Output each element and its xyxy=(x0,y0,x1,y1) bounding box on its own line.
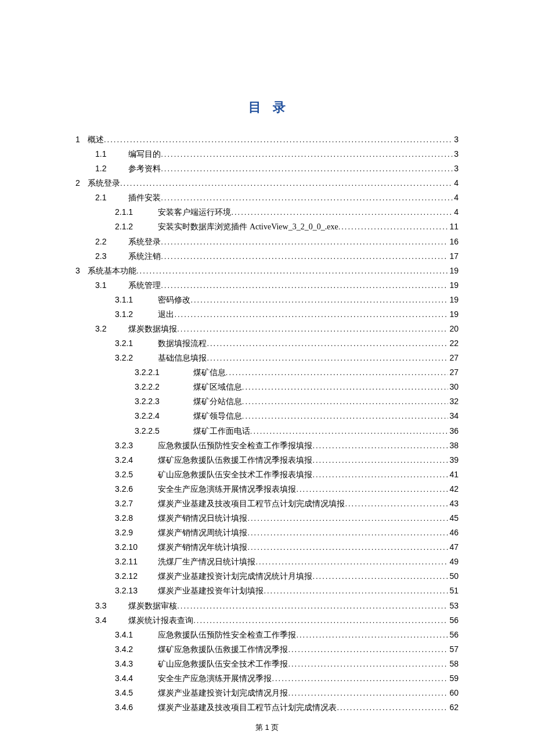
toc-entry-label: 煤矿分站信息 xyxy=(193,395,242,409)
toc-entry-label: 煤矿工作面电话 xyxy=(193,424,250,438)
toc-entry[interactable]: 3.4.1应急救援队伍预防性安全检查工作季报56 xyxy=(75,628,459,642)
toc-entry[interactable]: 3.2.2.1煤矿信息27 xyxy=(75,365,459,380)
toc-entry[interactable]: 3.2.11洗煤厂生产情况日统计填报49 xyxy=(75,555,459,569)
toc-entry[interactable]: 1.2参考资料3 xyxy=(75,161,459,176)
toc-leader-dots xyxy=(161,163,453,175)
toc-leader-dots xyxy=(242,395,449,408)
toc-entry[interactable]: 3.2.2.3煤矿分站信息32 xyxy=(75,394,459,409)
toc-entry[interactable]: 3.1系统管理19 xyxy=(75,278,459,293)
toc-entry[interactable]: 3.2.9煤炭产销情况周统计填报46 xyxy=(75,525,459,540)
toc-entry[interactable]: 2.1.1安装客户端运行环境4 xyxy=(75,205,459,219)
toc-entry[interactable]: 3.4煤炭统计报表查询56 xyxy=(75,613,459,628)
toc-entry-label: 煤炭产销情况年统计填报 xyxy=(158,541,247,555)
toc-entry[interactable]: 2系统登录4 xyxy=(75,176,459,190)
toc-entry[interactable]: 3.1.1密码修改19 xyxy=(75,293,459,307)
toc-entry[interactable]: 2.3系统注销17 xyxy=(75,249,459,264)
toc-entry-label: 安装实时数据库浏览插件 ActiveView_3_2_0_0_.exe xyxy=(158,220,338,234)
toc-entry-page: 47 xyxy=(448,540,459,554)
toc-entry-page: 16 xyxy=(448,235,459,249)
toc-entry-label: 密码修改 xyxy=(158,293,190,307)
toc-entry[interactable]: 3.2.6安全生产应急演练开展情况季报表填报42 xyxy=(75,482,459,496)
toc-entry-number: 3.2.9 xyxy=(115,525,144,539)
toc-entry-label: 安全生产应急演练开展情况季报表填报 xyxy=(158,483,296,496)
toc-entry[interactable]: 3.3煤炭数据审核53 xyxy=(75,599,459,613)
toc-entry-number: 3.2.13 xyxy=(115,584,144,597)
toc-entry-number: 3.4.1 xyxy=(115,628,144,642)
toc-leader-dots xyxy=(247,541,448,554)
toc-entry[interactable]: 2.2系统登录16 xyxy=(75,235,459,249)
toc-leader-dots xyxy=(207,352,448,365)
toc-entry[interactable]: 3.2.3应急救援队伍预防性安全检查工作季报填报38 xyxy=(75,438,459,453)
toc-entry[interactable]: 3.2.13煤炭产业基建投资年计划填报51 xyxy=(75,584,459,598)
toc-entry-number: 3 xyxy=(75,264,88,278)
toc-entry[interactable]: 3.2.2.4煤矿领导信息34 xyxy=(75,409,459,423)
toc-entry-number: 3.4.3 xyxy=(115,657,144,671)
toc-entry[interactable]: 3.4.2煤矿应急救援队伍救援工作情况季报57 xyxy=(75,642,459,657)
toc-entry-number: 3.2.2.3 xyxy=(135,394,169,408)
toc-entry[interactable]: 3.2.4煤矿应急救援队伍救援工作情况季报表填报39 xyxy=(75,453,459,467)
toc-entry-page: 32 xyxy=(448,394,459,408)
toc-entry-number: 3.1 xyxy=(95,278,118,292)
toc-entry[interactable]: 2.1.2安装实时数据库浏览插件 ActiveView_3_2_0_0_.exe… xyxy=(75,219,459,234)
toc-entry[interactable]: 3.2.7煤炭产业基建及技改项目工程节点计划完成情况填报43 xyxy=(75,496,459,511)
toc-entry-number: 3.2.8 xyxy=(115,511,144,525)
toc-entry-number: 3.4.5 xyxy=(115,686,144,700)
toc-entry[interactable]: 3.2.10煤炭产销情况年统计填报47 xyxy=(75,540,459,555)
toc-entry[interactable]: 3.2.1数据填报流程22 xyxy=(75,336,459,351)
toc-entry-page: 27 xyxy=(448,351,459,365)
toc-entry[interactable]: 3.4.6煤炭产业基建及技改项目工程节点计划完成情况表62 xyxy=(75,700,459,715)
toc-entry-label: 应急救援队伍预防性安全检查工作季报填报 xyxy=(158,439,312,453)
toc-entry-number: 3.2.6 xyxy=(115,482,144,496)
toc-entry[interactable]: 3.2.2基础信息填报27 xyxy=(75,351,459,365)
toc-leader-dots xyxy=(345,498,448,510)
toc-entry[interactable]: 3.1.2退出19 xyxy=(75,307,459,322)
toc-entry-label: 煤炭产业基建及技改项目工程节点计划完成情况填报 xyxy=(158,497,345,511)
toc-entry-page: 19 xyxy=(448,264,459,278)
toc-entry[interactable]: 3.2煤炭数据填报20 xyxy=(75,322,459,336)
toc-entry-label: 概述 xyxy=(88,133,104,147)
toc-entry-number: 3.2.5 xyxy=(115,467,144,481)
toc-entry-label: 煤矿应急救援队伍救援工作情况季报 xyxy=(158,643,288,657)
toc-entry[interactable]: 3.2.12煤炭产业基建投资计划完成情况统计月填报50 xyxy=(75,569,459,584)
toc-leader-dots xyxy=(177,323,448,336)
toc-entry-page: 36 xyxy=(448,424,459,438)
toc-entry-number: 2.1.2 xyxy=(115,219,144,233)
toc-entry[interactable]: 3.2.2.5煤矿工作面电话36 xyxy=(75,424,459,438)
toc-leader-dots xyxy=(136,265,448,278)
toc-entry-label: 系统基本功能 xyxy=(88,264,136,278)
toc-entry-page: 59 xyxy=(448,671,459,685)
toc-list: 1概述31.1编写目的31.2参考资料32系统登录42.1插件安装42.1.1安… xyxy=(75,132,459,715)
toc-entry-page: 46 xyxy=(448,525,459,539)
toc-entry-number: 1.1 xyxy=(95,147,118,161)
toc-leader-dots xyxy=(312,469,448,481)
toc-entry[interactable]: 1.1编写目的3 xyxy=(75,147,459,161)
toc-entry[interactable]: 3.2.5矿山应急救援队伍安全技术工作季报表填报41 xyxy=(75,467,459,482)
toc-entry-page: 51 xyxy=(448,584,459,597)
toc-entry-label: 系统管理 xyxy=(128,279,161,293)
toc-entry[interactable]: 1概述3 xyxy=(75,132,459,147)
toc-entry-label: 矿山应急救援队伍安全技术工作季报表填报 xyxy=(158,468,312,482)
toc-leader-dots xyxy=(120,177,453,190)
toc-entry[interactable]: 3.2.8煤炭产销情况日统计填报45 xyxy=(75,511,459,525)
toc-entry[interactable]: 3.2.2.2煤矿区域信息30 xyxy=(75,380,459,394)
toc-entry-number: 3.2 xyxy=(95,322,118,336)
toc-entry-number: 3.2.12 xyxy=(115,569,144,583)
toc-entry[interactable]: 3.4.3矿山应急救援队伍安全技术工作季报58 xyxy=(75,657,459,671)
toc-entry[interactable]: 3.4.5煤炭产业基建投资计划完成情况月报60 xyxy=(75,686,459,700)
toc-entry-label: 系统登录 xyxy=(128,235,161,249)
toc-entry-number: 3.4.4 xyxy=(115,671,144,685)
toc-entry-label: 煤炭产销情况周统计填报 xyxy=(158,526,247,540)
toc-entry-page: 56 xyxy=(448,628,459,642)
toc-entry-number: 3.2.2.2 xyxy=(135,380,169,394)
toc-entry[interactable]: 3.4.4安全生产应急演练开展情况季报59 xyxy=(75,671,459,686)
toc-entry-label: 安全生产应急演练开展情况季报 xyxy=(158,672,272,686)
toc-entry-page: 27 xyxy=(448,365,459,379)
toc-entry-page: 34 xyxy=(448,409,459,423)
toc-entry-label: 应急救援队伍预防性安全检查工作季报 xyxy=(158,628,296,642)
toc-entry-number: 2.3 xyxy=(95,249,118,263)
toc-entry-label: 煤炭产业基建及技改项目工程节点计划完成情况表 xyxy=(158,701,337,715)
toc-entry-label: 煤炭产业基建投资计划完成情况统计月填报 xyxy=(158,570,312,584)
toc-entry[interactable]: 2.1插件安装4 xyxy=(75,190,459,205)
toc-leader-dots xyxy=(193,614,448,627)
toc-entry[interactable]: 3系统基本功能19 xyxy=(75,264,459,278)
